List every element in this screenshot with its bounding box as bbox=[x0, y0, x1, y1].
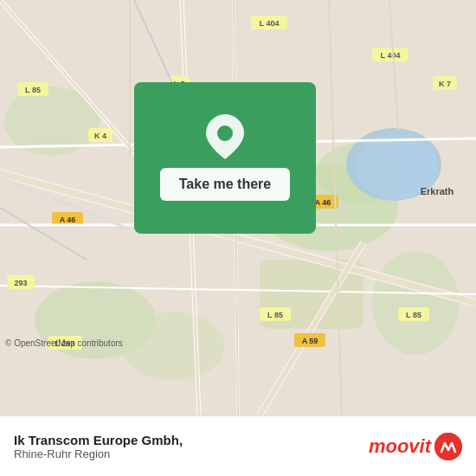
svg-text:L 85: L 85 bbox=[25, 86, 41, 94]
svg-text:K 4: K 4 bbox=[94, 132, 106, 140]
svg-text:Erkrath: Erkrath bbox=[421, 186, 454, 196]
bottom-bar: Ik Transcom Europe Gmbh, Rhine-Ruhr Regi… bbox=[0, 415, 476, 476]
svg-point-56 bbox=[217, 125, 233, 141]
svg-text:K 7: K 7 bbox=[439, 80, 451, 88]
take-me-there-button[interactable]: Take me there bbox=[160, 168, 290, 201]
moovit-text: moovit bbox=[369, 435, 431, 458]
svg-text:293: 293 bbox=[14, 279, 27, 287]
svg-text:L 85: L 85 bbox=[267, 311, 283, 319]
svg-text:L 404: L 404 bbox=[381, 51, 401, 60]
svg-point-6 bbox=[121, 312, 225, 381]
svg-text:L 404: L 404 bbox=[260, 19, 280, 28]
svg-rect-57 bbox=[434, 433, 462, 460]
place-name: Ik Transcom Europe Gmbh, bbox=[14, 433, 183, 447]
svg-text:A 46: A 46 bbox=[315, 198, 331, 207]
moovit-logo: moovit bbox=[369, 433, 462, 460]
place-region: Rhine-Ruhr Region bbox=[14, 447, 183, 460]
svg-point-7 bbox=[372, 251, 459, 355]
map-container: A 46 A 46 A 59 L 404 bbox=[0, 0, 476, 415]
svg-text:L 85: L 85 bbox=[406, 311, 421, 319]
moovit-dot-icon bbox=[434, 433, 462, 460]
svg-text:A 46: A 46 bbox=[60, 215, 76, 224]
map-attribution: © OpenStreetMap contributors bbox=[5, 338, 123, 348]
map-pin-icon bbox=[204, 116, 246, 158]
svg-text:A 59: A 59 bbox=[302, 337, 318, 345]
app-container: A 46 A 46 A 59 L 404 bbox=[0, 0, 476, 476]
place-info: Ik Transcom Europe Gmbh, Rhine-Ruhr Regi… bbox=[14, 433, 183, 460]
location-card: Take me there bbox=[134, 82, 316, 234]
